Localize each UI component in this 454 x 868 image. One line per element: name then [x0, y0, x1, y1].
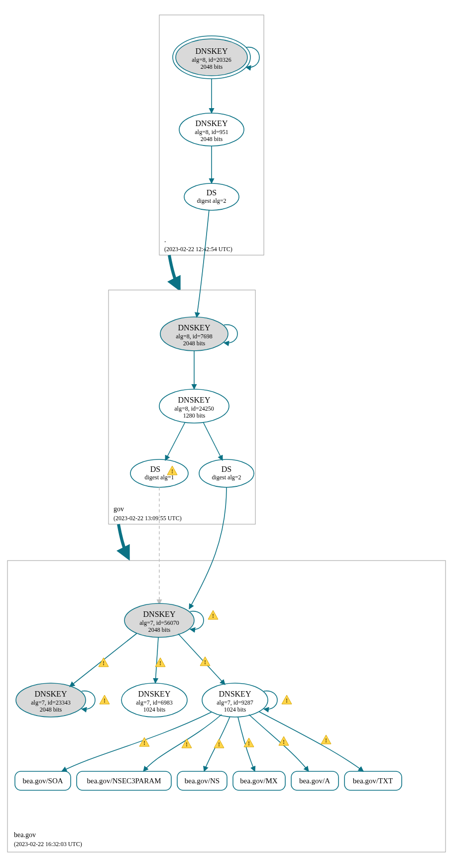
svg-text:alg=7, id=56070: alg=7, id=56070 — [139, 619, 179, 626]
svg-text:DNSKEY: DNSKEY — [178, 396, 211, 404]
dnssec-diagram: . (2023-02-22 12:42:54 UTC) DNSKEY alg=8… — [0, 0, 454, 868]
delegation-gov-bea — [118, 524, 128, 558]
svg-text:1280 bits: 1280 bits — [183, 412, 206, 419]
svg-point-26 — [199, 459, 254, 487]
svg-text:!: ! — [103, 660, 105, 667]
svg-text:DS: DS — [207, 188, 217, 197]
svg-text:2048 bits: 2048 bits — [201, 63, 223, 70]
svg-text:DS: DS — [222, 465, 231, 473]
zone-bea-timestamp: (2023-02-22 16:32:03 UTC) — [14, 841, 82, 848]
zone-gov-name: gov — [114, 505, 124, 513]
svg-text:2048 bits: 2048 bits — [148, 626, 171, 633]
svg-text:!: ! — [325, 737, 327, 744]
node-root-ds: DS digest alg=2 — [184, 183, 239, 210]
rrset-nsec3param: bea.gov/NSEC3PARAM — [77, 771, 171, 790]
svg-text:bea.gov/TXT: bea.gov/TXT — [353, 777, 393, 785]
zone-gov-timestamp: (2023-02-22 13:09:55 UTC) — [114, 515, 182, 522]
zone-bea: bea.gov (2023-02-22 16:32:03 UTC) DNSKEY… — [7, 487, 446, 852]
node-gov-zsk: DNSKEY alg=8, id=24250 1280 bits — [159, 389, 229, 423]
svg-text:digest alg=2: digest alg=2 — [197, 197, 226, 204]
svg-text:bea.gov/MX: bea.gov/MX — [240, 777, 278, 785]
svg-text:1024 bits: 1024 bits — [143, 706, 166, 713]
svg-text:alg=7, id=6983: alg=7, id=6983 — [136, 699, 173, 706]
svg-text:DNSKEY: DNSKEY — [35, 690, 67, 698]
node-gov-ds1: DS digest alg=1 — [130, 459, 188, 487]
svg-text:alg=7, id=23343: alg=7, id=23343 — [31, 699, 71, 706]
svg-text:alg=8, id=7698: alg=8, id=7698 — [176, 333, 213, 340]
rrset-a: bea.gov/A — [291, 771, 339, 790]
svg-text:!: ! — [218, 741, 220, 748]
rrset-mx: bea.gov/MX — [233, 771, 285, 790]
svg-text:DNSKEY: DNSKEY — [178, 323, 211, 332]
zone-root-timestamp: (2023-02-22 12:42:54 UTC) — [164, 246, 232, 253]
svg-text:bea.gov/NS: bea.gov/NS — [185, 777, 220, 785]
svg-text:1024 bits: 1024 bits — [224, 706, 246, 713]
svg-text:!: ! — [283, 738, 285, 745]
svg-text:!: ! — [143, 739, 145, 746]
zone-gov: gov (2023-02-22 13:09:55 UTC) DNSKEY alg… — [109, 210, 255, 524]
rrset-ns: bea.gov/NS — [177, 771, 227, 790]
svg-text:!: ! — [286, 697, 288, 704]
svg-text:DNSKEY: DNSKEY — [138, 690, 171, 698]
svg-text:!: ! — [104, 697, 106, 704]
node-bea-ksk: DNSKEY alg=7, id=56070 2048 bits — [124, 603, 194, 637]
zone-root-name: . — [164, 236, 166, 244]
node-gov-ksk: DNSKEY alg=8, id=7698 2048 bits — [160, 317, 228, 351]
svg-text:!: ! — [248, 740, 250, 747]
svg-text:bea.gov/NSEC3PARAM: bea.gov/NSEC3PARAM — [87, 777, 161, 785]
svg-text:DNSKEY: DNSKEY — [196, 119, 228, 128]
svg-text:alg=8, id=24250: alg=8, id=24250 — [174, 405, 214, 412]
node-bea-k3: DNSKEY alg=7, id=6983 1024 bits — [121, 683, 187, 717]
svg-text:alg=8, id=20326: alg=8, id=20326 — [192, 56, 231, 63]
node-root-zsk: DNSKEY alg=8, id=951 2048 bits — [179, 113, 244, 146]
svg-text:2048 bits: 2048 bits — [201, 136, 223, 143]
svg-text:DS: DS — [150, 465, 160, 473]
node-bea-k4: DNSKEY alg=7, id=9287 1024 bits — [202, 683, 268, 717]
svg-point-22 — [130, 459, 188, 487]
svg-text:alg=7, id=9287: alg=7, id=9287 — [217, 699, 253, 706]
rrset-txt: bea.gov/TXT — [344, 771, 402, 790]
svg-text:alg=8, id=951: alg=8, id=951 — [195, 129, 228, 136]
delegation-root-gov — [169, 255, 179, 289]
zone-bea-name: bea.gov — [14, 831, 36, 839]
node-bea-k2: DNSKEY alg=7, id=23343 2048 bits — [16, 683, 86, 717]
svg-text:!: ! — [159, 660, 161, 667]
svg-text:!: ! — [171, 468, 173, 475]
svg-text:bea.gov/SOA: bea.gov/SOA — [22, 777, 63, 785]
svg-text:DNSKEY: DNSKEY — [196, 47, 228, 55]
zone-root: . (2023-02-22 12:42:54 UTC) DNSKEY alg=8… — [159, 15, 264, 255]
svg-text:2048 bits: 2048 bits — [40, 706, 62, 713]
svg-text:!: ! — [212, 612, 214, 619]
svg-text:digest alg=2: digest alg=2 — [212, 474, 241, 481]
rrset-soa: bea.gov/SOA — [15, 771, 71, 790]
svg-text:DNSKEY: DNSKEY — [219, 690, 251, 698]
node-gov-ds2: DS digest alg=2 — [199, 459, 254, 487]
node-root-ksk: DNSKEY alg=8, id=20326 2048 bits — [173, 36, 250, 79]
svg-point-10 — [184, 183, 239, 210]
svg-text:2048 bits: 2048 bits — [183, 340, 206, 347]
svg-text:bea.gov/A: bea.gov/A — [299, 777, 330, 785]
svg-text:!: ! — [186, 741, 188, 748]
svg-text:!: ! — [204, 659, 206, 666]
svg-text:DNSKEY: DNSKEY — [143, 610, 176, 618]
